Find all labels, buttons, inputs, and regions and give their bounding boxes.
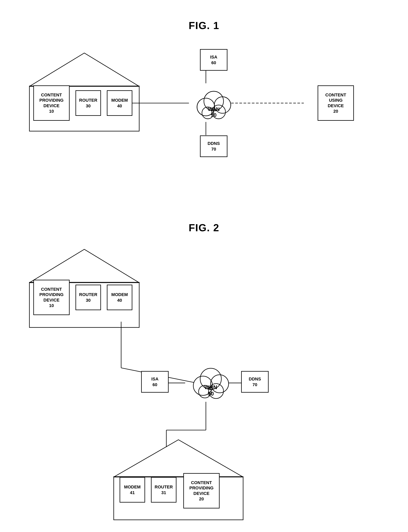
svg-marker-4 [29,53,139,86]
router-31-fig2: ROUTER 31 [151,477,177,503]
svg-text:50: 50 [211,112,217,118]
ddns-70-fig2: DDNS 70 [241,371,269,393]
modem-40-fig2: MODEM 40 [107,285,132,310]
fig1-container: CONTENT PROVIDING DEVICE 10 ROUTER 30 MO… [16,39,392,216]
ddns-70-fig1: DDNS 70 [200,135,227,157]
svg-text:WAN: WAN [204,384,217,390]
fig2-container: CONTENT PROVIDING DEVICE 10 ROUTER 30 MO… [16,241,392,532]
content-using-device-20-fig1: CONTENT USING DEVICE 20 [318,85,354,121]
modem-40-fig1: MODEM 40 [107,90,132,116]
svg-marker-46 [114,440,243,477]
content-providing-device-10-fig2: CONTENT PROVIDING DEVICE 10 [33,280,70,315]
fig1-title: FIG. 1 [16,20,392,31]
content-providing-device-10-fig1: CONTENT PROVIDING DEVICE 10 [33,85,70,121]
router-30-fig1: ROUTER 30 [76,90,101,116]
svg-text:50: 50 [208,391,214,397]
fig2-title: FIG. 2 [16,222,392,234]
wan-50-fig2: WAN 50 [186,355,235,404]
svg-text:WAN: WAN [208,106,220,112]
router-30-fig2: ROUTER 30 [76,285,101,310]
svg-marker-31 [29,249,139,283]
isa-60-fig2: ISA 60 [141,371,169,393]
wan-50-fig1: WAN 50 [190,79,237,126]
content-providing-device-20-fig2: CONTENT PROVIDING DEVICE 20 [183,473,220,508]
modem-41-fig2: MODEM 41 [119,477,145,503]
isa-60-fig1: ISA 60 [200,49,227,71]
page: FIG. 1 CONTENT PROVIDING DEVICE 10 [0,0,408,532]
